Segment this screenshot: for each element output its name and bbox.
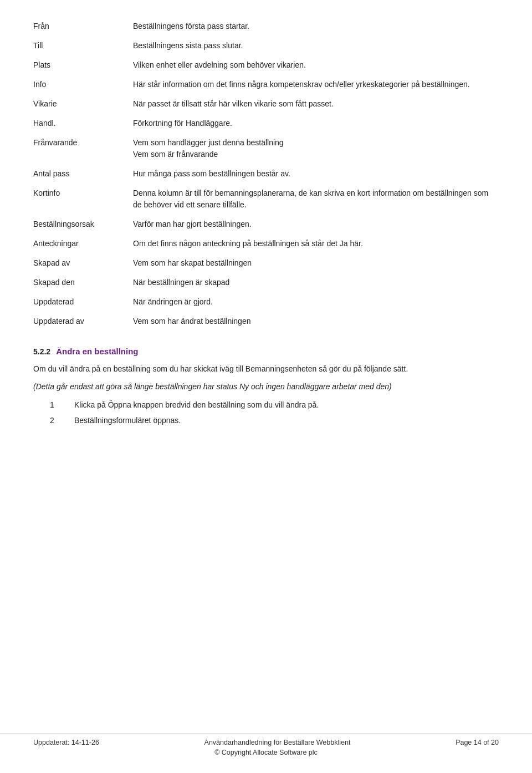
term-cell: Plats <box>33 55 133 75</box>
definition-cell: När passet är tillsatt står här vilken v… <box>133 94 499 114</box>
definition-cell: Förkortning för Handläggare. <box>133 114 499 133</box>
footer-copyright: © Copyright Allocate Software plc <box>214 749 318 756</box>
section-number: 5.2.2 <box>33 347 50 356</box>
definition-cell: Denna kolumn är till för bemanningsplane… <box>133 184 499 215</box>
footer: Uppdaterat: 14-11-26 Användarhandledning… <box>0 734 532 756</box>
definition-cell: Vem som handlägger just denna beställnin… <box>133 133 499 164</box>
definition-row: VikarieNär passet är tillsatt står här v… <box>33 94 499 114</box>
definition-row: PlatsVilken enhet eller avdelning som be… <box>33 55 499 75</box>
term-cell: Anteckningar <box>33 234 133 253</box>
definition-cell: Här står information om det finns några … <box>133 75 499 94</box>
definition-cell: Om det finns någon anteckning på beställ… <box>133 234 499 253</box>
term-cell: Vikarie <box>33 94 133 114</box>
definition-row: Antal passHur många pass som beställning… <box>33 164 499 184</box>
definition-cell: Vem som har skapat beställningen <box>133 253 499 273</box>
definition-cell: Beställningens första pass startar. <box>133 17 499 36</box>
definition-row: Uppdaterad avVem som har ändrat beställn… <box>33 312 499 331</box>
term-cell: Skapad den <box>33 273 133 292</box>
definition-row: AnteckningarOm det finns någon antecknin… <box>33 234 499 253</box>
definition-row: FrånBeställningens första pass startar. <box>33 17 499 36</box>
footer-center: Användarhandledning för Beställare Webbk… <box>204 739 351 746</box>
definition-cell: Beställningens sista pass slutar. <box>133 36 499 55</box>
footer-right: Page 14 of 20 <box>456 739 499 746</box>
term-cell: Frånvarande <box>33 133 133 164</box>
definition-cell: När ändringen är gjord. <box>133 292 499 312</box>
definition-row: Skapad denNär beställningen är skapad <box>33 273 499 292</box>
term-cell: Antal pass <box>33 164 133 184</box>
definition-row: Handl.Förkortning för Handläggare. <box>33 114 499 133</box>
body-paragraph: Om du vill ändra på en beställning som d… <box>33 363 499 375</box>
definition-cell: Hur många pass som beställningen består … <box>133 164 499 184</box>
definition-row: BeställningsorsakVarför man har gjort be… <box>33 215 499 234</box>
definition-cell: Varför man har gjort beställningen. <box>133 215 499 234</box>
term-cell: Från <box>33 17 133 36</box>
section-heading: 5.2.2 Ändra en beställning <box>33 347 499 356</box>
definition-cell: Vem som har ändrat beställningen <box>133 312 499 331</box>
definition-row: KortinfoDenna kolumn är till för bemanni… <box>33 184 499 215</box>
term-cell: Skapad av <box>33 253 133 273</box>
italic-note: (Detta går endast att göra så länge best… <box>33 380 499 393</box>
term-cell: Till <box>33 36 133 55</box>
definition-table: FrånBeställningens första pass startar.T… <box>33 17 499 331</box>
definition-row: TillBeställningens sista pass slutar. <box>33 36 499 55</box>
term-cell: Uppdaterad av <box>33 312 133 331</box>
definition-row: InfoHär står information om det finns nå… <box>33 75 499 94</box>
term-cell: Kortinfo <box>33 184 133 215</box>
definition-row: FrånvarandeVem som handlägger just denna… <box>33 133 499 164</box>
steps-list: 1Klicka på Öppna knappen bredvid den bes… <box>50 399 499 427</box>
term-cell: Uppdaterad <box>33 292 133 312</box>
term-cell: Handl. <box>33 114 133 133</box>
section-title: Ändra en beställning <box>56 347 138 356</box>
list-item: 1Klicka på Öppna knappen bredvid den bes… <box>50 399 499 411</box>
term-cell: Beställningsorsak <box>33 215 133 234</box>
list-item: 2Beställningsformuläret öppnas. <box>50 414 499 426</box>
definition-cell: När beställningen är skapad <box>133 273 499 292</box>
footer-left: Uppdaterat: 14-11-26 <box>33 739 99 746</box>
definition-row: UppdateradNär ändringen är gjord. <box>33 292 499 312</box>
definition-cell: Vilken enhet eller avdelning som behöver… <box>133 55 499 75</box>
definition-row: Skapad avVem som har skapat beställninge… <box>33 253 499 273</box>
term-cell: Info <box>33 75 133 94</box>
